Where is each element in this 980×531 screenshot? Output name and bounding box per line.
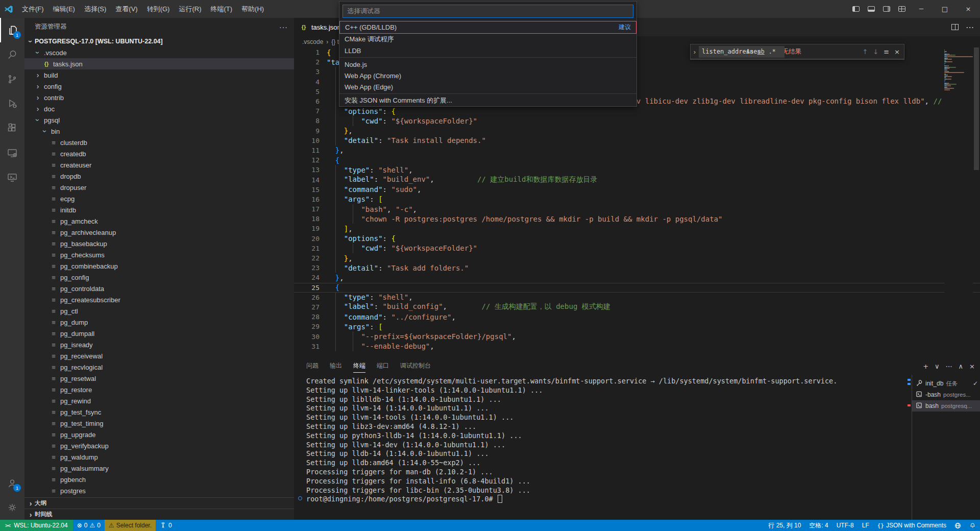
tree-item-pg_test_fsync[interactable]: ≡pg_test_fsync [24,406,294,418]
activity-remote-window-icon[interactable] [0,165,24,189]
editor-more-actions-icon[interactable]: ⋯ [966,22,974,32]
panel-tab-问题[interactable]: 问题 [306,359,318,373]
find-previous-icon[interactable]: ↑ [862,48,868,56]
quickpick-item-Web App (Edge)[interactable]: Web App (Edge) [339,81,636,92]
editor-scrollbar[interactable] [973,47,980,357]
tree-item-pg_archivecleanup[interactable]: ≡pg_archivecleanup [24,227,294,238]
tree-item-initdb[interactable]: ≡initdb [24,204,294,215]
activity-source-control-icon[interactable] [0,67,24,91]
tree-item-pgbench[interactable]: ≡pgbench [24,474,294,485]
whole-word-icon[interactable]: ab [756,47,766,56]
tree-item-pg_controldata[interactable]: ≡pg_controldata [24,283,294,294]
tree-item-contrib[interactable]: ›contrib [24,92,294,103]
quickpick-item-C++ (GDB/LLDB)[interactable]: C++ (GDB/LLDB)建议 [339,21,636,34]
tree-item-pg_waldump[interactable]: ≡pg_waldump [24,451,294,463]
language-pack-icon[interactable] [950,520,965,531]
activity-search-icon[interactable] [0,42,24,67]
panel-tab-端口[interactable]: 端口 [377,359,389,373]
tree-item-ecpg[interactable]: ≡ecpg [24,193,294,204]
terminal-profile-chevron-icon[interactable]: ∨ [935,363,940,370]
ports-indicator[interactable]: 0 [156,520,176,531]
tree-item-pg_walsummary[interactable]: ≡pg_walsummary [24,463,294,474]
quickpick-input[interactable]: 选择调试器 [342,5,633,18]
tree-item-tasks.json[interactable]: {}tasks.json [24,58,294,69]
tree-item-pg_config[interactable]: ≡pg_config [24,272,294,283]
notifications-bell-icon[interactable] [965,520,980,531]
tree-item-build[interactable]: ›build [24,69,294,81]
tree-item-.vscode[interactable]: ›.vscode [24,47,294,58]
activity-gear-icon[interactable] [0,495,24,520]
tree-item-pg_ctl[interactable]: ≡pg_ctl [24,305,294,317]
tree-item-bin[interactable]: ›bin [24,126,294,137]
menu-查看(V)[interactable]: 查看(V) [111,0,142,18]
close-button[interactable]: × [957,0,980,18]
status-空格: 4[interactable]: 空格: 4 [805,520,832,531]
minimize-button[interactable]: ─ [910,0,933,18]
tree-item-pg_test_timing[interactable]: ≡pg_test_timing [24,418,294,429]
status-UTF-8[interactable]: UTF-8 [832,520,858,531]
minimap[interactable] [944,47,973,357]
tree-item-dropdb[interactable]: ≡dropdb [24,171,294,182]
language-mode[interactable]: {}JSON with Comments [873,520,950,531]
tree-item-pg_basebackup[interactable]: ≡pg_basebackup [24,238,294,249]
find-in-selection-icon[interactable]: ≡ [884,48,889,56]
maximize-button[interactable]: □ [933,0,957,18]
quickpick-item-LLDB[interactable]: LLDB [339,45,636,56]
tree-item-pg_amcheck[interactable]: ≡pg_amcheck [24,215,294,227]
menu-选择(S)[interactable]: 选择(S) [80,0,111,18]
panel-more-actions-icon[interactable]: ⋯ [946,363,952,370]
terminal-tab-init_db[interactable]: init_db任务✓ [912,378,980,389]
status-行 25, 列 10[interactable]: 行 25, 列 10 [764,520,805,531]
timeline-section[interactable]: › 时间线 [24,509,294,520]
find-close-icon[interactable]: × [894,48,900,56]
tree-item-pg_verifybackup[interactable]: ≡pg_verifybackup [24,440,294,451]
status-LF[interactable]: LF [858,520,873,531]
toggle-panel-icon[interactable] [864,0,879,18]
quickpick-item-安装 JSON with Comments 的扩展...[interactable]: 安装 JSON with Comments 的扩展... [339,95,636,106]
workspace-root-row[interactable]: › POSTGRESQL-17.0 [WSL: UBUNTU-22.04] [24,36,294,47]
problems-indicator[interactable]: ⊗0⚠0 [73,520,105,531]
tree-item-pg_resetwal[interactable]: ≡pg_resetwal [24,373,294,384]
toggle-sidebar-icon[interactable] [848,0,864,18]
tree-item-pg_createsubscriber[interactable]: ≡pg_createsubscriber [24,294,294,305]
quickpick-item-Web App (Chrome)[interactable]: Web App (Chrome) [339,70,636,81]
sidebar-more-actions-icon[interactable]: ··· [279,23,288,31]
customize-layout-icon[interactable] [894,0,910,18]
find-next-icon[interactable]: ↓ [873,48,878,56]
toggle-secondary-sidebar-icon[interactable] [879,0,894,18]
menu-运行(R)[interactable]: 运行(R) [174,0,206,18]
activity-run-debug-icon[interactable] [0,91,24,116]
quickpick-item-CMake 调试程序[interactable]: CMake 调试程序 [339,34,636,45]
toggle-replace-icon[interactable]: › [691,48,699,56]
panel-maximize-icon[interactable]: ∧ [959,363,964,370]
tree-item-pg_isready[interactable]: ≡pg_isready [24,339,294,350]
panel-tab-调试控制台[interactable]: 调试控制台 [400,359,431,373]
activity-account-icon[interactable]: 1 [0,471,24,495]
tree-item-clusterdb[interactable]: ≡clusterdb [24,137,294,148]
scrollbar-thumb[interactable] [974,47,979,170]
split-editor-icon[interactable] [951,24,959,30]
tree-item-createdb[interactable]: ≡createdb [24,148,294,159]
new-terminal-icon[interactable]: + [923,363,928,370]
select-folder-warning[interactable]: ⚠Select folder. [105,520,156,531]
menu-编辑(E)[interactable]: 编辑(E) [48,0,80,18]
panel-tab-输出[interactable]: 输出 [330,359,342,373]
menu-终端(T)[interactable]: 终端(T) [206,0,237,18]
tree-item-createuser[interactable]: ≡createuser [24,159,294,171]
tree-item-pg_upgrade[interactable]: ≡pg_upgrade [24,429,294,440]
tree-item-postgres[interactable]: ≡postgres [24,485,294,496]
tree-item-pg_rewind[interactable]: ≡pg_rewind [24,395,294,406]
tree-item-pg_receivewal[interactable]: ≡pg_receivewal [24,350,294,361]
terminal[interactable]: Created symlink /etc/systemd/system/mult… [294,375,912,520]
remote-indicator[interactable]: ><WSL: Ubuntu-22.04 [0,520,73,531]
tree-item-dropuser[interactable]: ≡dropuser [24,182,294,193]
tree-item-pg_recvlogical[interactable]: ≡pg_recvlogical [24,361,294,373]
activity-remote-explorer-icon[interactable] [0,140,24,165]
tree-item-pgsql[interactable]: ›pgsql [24,114,294,126]
tree-item-pg_combinebackup[interactable]: ≡pg_combinebackup [24,260,294,272]
tree-item-pg_dump[interactable]: ≡pg_dump [24,317,294,328]
outline-section[interactable]: › 大纲 [24,497,294,509]
activity-files-icon[interactable]: 1 [0,18,24,42]
menu-文件(F)[interactable]: 文件(F) [17,0,48,18]
tree-item-pg_restore[interactable]: ≡pg_restore [24,384,294,395]
